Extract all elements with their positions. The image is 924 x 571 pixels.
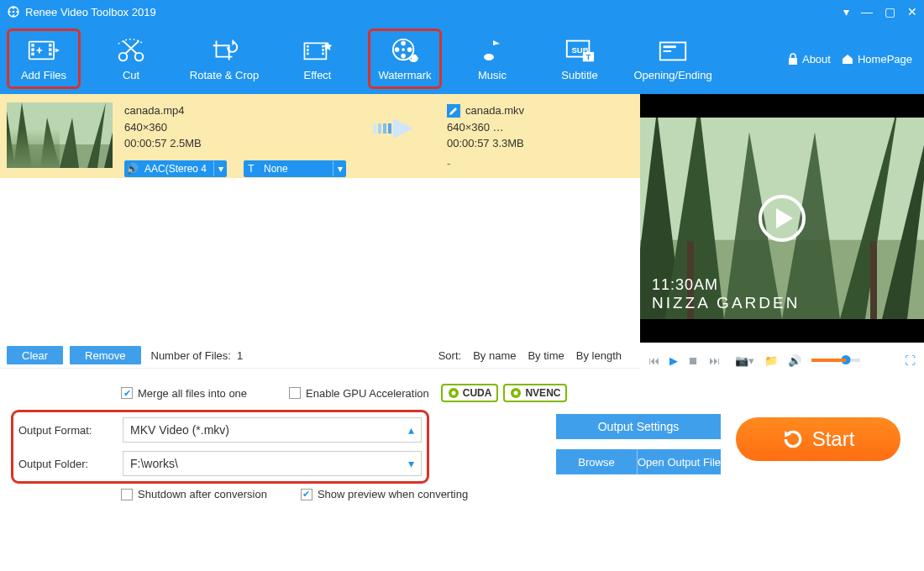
music-label: Music (478, 69, 507, 81)
output-settings-button[interactable]: Output Settings (556, 414, 721, 439)
preview-controls: ⏮ ▶ ⏹ ⏭ 📷▾ 📁 🔊 ⛶ (640, 343, 924, 378)
play-icon[interactable]: ▶ (669, 354, 678, 367)
merge-checkbox[interactable]: ✔Merge all files into one (121, 387, 247, 400)
cut-button[interactable]: Cut (87, 27, 175, 91)
next-icon[interactable]: ⏭ (709, 354, 720, 367)
fullscreen-icon[interactable]: ⛶ (905, 354, 916, 367)
filmstrip-plus-icon (28, 37, 60, 64)
input-resolution: 640×360 (124, 119, 346, 136)
chevron-down-icon: ▾ (408, 457, 414, 470)
svg-rect-43 (378, 123, 381, 134)
watermark-label: Watermark (378, 69, 431, 81)
svg-rect-19 (307, 49, 309, 51)
opening-ending-label: Opening/Ending (633, 69, 711, 81)
svg-point-29 (402, 48, 405, 51)
edit-icon[interactable] (447, 104, 460, 118)
open-output-folder-button[interactable]: Open Output File (637, 449, 721, 474)
crop-rotate-icon (208, 37, 240, 64)
svg-point-1 (13, 11, 15, 13)
conversion-arrow-icon (346, 107, 447, 149)
rotate-crop-button[interactable]: Rotate & Crop (175, 27, 274, 91)
refresh-icon (782, 428, 804, 450)
output-folder-combo[interactable]: F:\works\ ▾ (123, 451, 422, 476)
nvenc-badge: NVENC (503, 384, 567, 402)
svg-text:T: T (586, 52, 591, 61)
gpu-accel-checkbox[interactable]: Enable GPU Acceleration (289, 387, 429, 400)
preview-overlay-caption: NIZZA GARDEN (652, 294, 800, 312)
opening-ending-button[interactable]: Opening/Ending (623, 27, 722, 91)
file-row[interactable]: canada.mp4 640×360 00:00:57 2.5MB 🔊 AAC(… (0, 94, 640, 178)
play-overlay-icon[interactable] (759, 195, 806, 242)
browse-button[interactable]: Browse (556, 449, 637, 474)
sort-by-length[interactable]: By length (576, 349, 622, 362)
main-toolbar: Add Files Cut Rotate & Crop Effect (0, 24, 924, 94)
volume-slider[interactable] (811, 359, 860, 362)
svg-rect-12 (49, 52, 51, 55)
svg-marker-46 (393, 118, 413, 139)
chevron-down-icon[interactable]: ▾ (333, 161, 346, 176)
chevron-down-icon[interactable]: ▾ (213, 161, 227, 176)
title-bar: Renee Video Toolbox 2019 ▾ — ▢ ✕ (0, 0, 924, 24)
prev-icon[interactable]: ⏮ (648, 354, 659, 367)
shutdown-checkbox[interactable]: Shutdown after conversion (121, 488, 267, 500)
subtitle-track-chip[interactable]: T None ▾ (244, 160, 346, 177)
effect-button[interactable]: Effect (274, 27, 361, 91)
svg-point-54 (514, 391, 518, 396)
volume-icon[interactable]: 🔊 (788, 354, 801, 367)
app-title: Renee Video Toolbox 2019 (25, 6, 156, 18)
svg-point-25 (401, 40, 406, 45)
svg-rect-9 (31, 52, 34, 55)
text-icon: T (244, 161, 259, 176)
add-files-button[interactable]: Add Files (0, 27, 87, 91)
output-filename: canada.mkv (465, 102, 524, 119)
input-duration-size: 00:00:57 2.5MB (124, 135, 346, 152)
about-link[interactable]: About (787, 53, 831, 65)
subtitle-button[interactable]: SUB T Subtitle (536, 27, 623, 91)
output-resolution: 640×360 … (447, 119, 524, 136)
svg-marker-13 (55, 48, 60, 52)
subtitle-icon: SUB T (564, 37, 596, 64)
close-icon[interactable]: ✕ (907, 5, 917, 18)
file-count-label: Number of Files: 1 (151, 349, 244, 362)
sort-by-time[interactable]: By time (528, 349, 564, 362)
start-button[interactable]: Start (736, 417, 900, 461)
list-action-bar: Clear Remove Number of Files: 1 Sort: By… (0, 343, 638, 368)
more-icon[interactable]: ▾ (843, 5, 849, 18)
svg-rect-45 (388, 123, 391, 134)
clear-button[interactable]: Clear (7, 346, 63, 364)
cut-label: Cut (123, 69, 139, 81)
svg-rect-37 (664, 45, 676, 48)
svg-rect-8 (31, 48, 34, 50)
svg-rect-39 (789, 58, 797, 65)
input-filename: canada.mp4 (124, 102, 346, 119)
svg-point-31 (484, 54, 494, 60)
nvidia-eye-icon (510, 387, 522, 399)
svg-rect-38 (664, 50, 672, 52)
svg-point-4 (8, 11, 11, 13)
show-preview-checkbox[interactable]: ✔Show preview when converting (301, 488, 468, 500)
open-folder-icon[interactable]: 📁 (764, 354, 778, 367)
svg-point-5 (16, 11, 18, 13)
scissors-icon (115, 37, 147, 64)
homepage-link[interactable]: HomePage (841, 53, 912, 65)
remove-button[interactable]: Remove (70, 346, 140, 364)
music-button[interactable]: Music (449, 27, 536, 91)
svg-point-27 (395, 47, 400, 52)
sort-by-name[interactable]: By name (473, 349, 516, 362)
stop-icon[interactable]: ⏹ (688, 354, 699, 367)
maximize-icon[interactable]: ▢ (885, 5, 895, 18)
chevron-up-icon: ▴ (408, 423, 414, 437)
preview-panel: 11:30AM NIZZA GARDEN ⏮ ▶ ⏹ ⏭ 📷▾ 📁 🔊 ⛶ (640, 94, 924, 378)
output-file-meta: canada.mkv 640×360 … 00:00:57 3.3MB - (447, 102, 524, 171)
snapshot-icon[interactable]: 📷▾ (735, 354, 754, 367)
file-thumbnail (7, 102, 113, 168)
output-folder-label: Output Folder: (18, 458, 113, 470)
output-format-combo[interactable]: MKV Video (*.mkv) ▴ (123, 417, 422, 443)
watermark-button[interactable]: Watermark (361, 27, 449, 91)
preview-frame[interactable]: 11:30AM NIZZA GARDEN (640, 94, 924, 343)
minimize-icon[interactable]: — (861, 5, 873, 18)
cuda-badge: CUDA (441, 384, 499, 402)
file-list: canada.mp4 640×360 00:00:57 2.5MB 🔊 AAC(… (0, 94, 640, 378)
audio-codec-chip[interactable]: 🔊 AAC(Stereo 4 ▾ (124, 160, 227, 177)
svg-rect-18 (307, 45, 309, 47)
